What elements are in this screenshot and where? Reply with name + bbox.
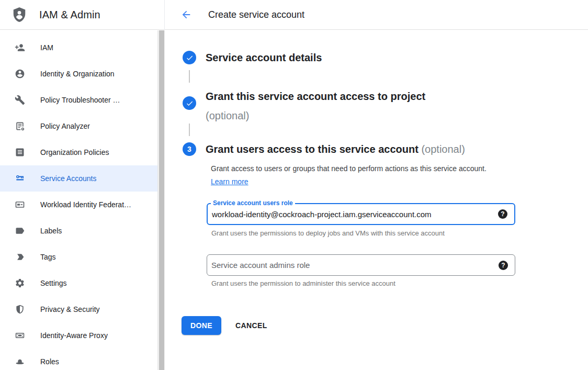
iam-shield-icon [12, 6, 27, 25]
top-bar: IAM & Admin Create service account [0, 0, 588, 30]
sidebar-item-service-accounts[interactable]: Service Accounts [0, 165, 157, 192]
step3-number-badge: 3 [183, 142, 196, 156]
sidebar-item-settings[interactable]: Settings [0, 270, 157, 296]
account-circle-icon [15, 69, 25, 79]
app-title: IAM & Admin [39, 9, 100, 21]
sidebar-item-label: Privacy & Security [40, 305, 100, 313]
step1-title: Service account details [206, 51, 322, 64]
tag-arrow-icon [15, 252, 25, 262]
step3-description: Grant access to users or groups that nee… [211, 162, 496, 188]
create-service-account-wizard: Service account details Grant this servi… [165, 30, 588, 370]
sidebar-scrollbar-track [157, 30, 165, 370]
page-title: Create service account [208, 0, 304, 30]
card-icon [15, 199, 25, 210]
step3-title: Grant users access to this service accou… [206, 142, 465, 156]
step2-optional-label: (optional) [206, 107, 249, 125]
sidebar-item-tags[interactable]: Tags [0, 244, 157, 270]
admins-role-helper-text: Grant users the permission to administer… [211, 279, 395, 287]
gear-icon [15, 278, 25, 288]
users-role-helper-text: Grant users the permissions to deploy jo… [211, 229, 445, 237]
done-button[interactable]: DONE [182, 316, 221, 335]
sidebar-item-label: Settings [40, 279, 67, 287]
sidebar-item-iam[interactable]: IAM [0, 35, 157, 61]
label-icon [15, 226, 25, 236]
sidebar-item-identity-aware-proxy[interactable]: Identity-Aware Proxy [0, 322, 157, 349]
sidebar-scrollbar-thumb[interactable] [159, 30, 164, 370]
users-role-input[interactable] [208, 204, 514, 224]
back-arrow-icon [180, 9, 192, 20]
sidebar-item-labels[interactable]: Labels [0, 218, 157, 244]
sidebar-item-label: Roles [40, 357, 59, 366]
cancel-button[interactable]: CANCEL [235, 316, 267, 335]
step1-done-check-icon [183, 51, 196, 64]
sidebar-item-roles[interactable]: Roles [0, 349, 157, 370]
users-role-help-icon[interactable]: ? [498, 209, 507, 219]
sidebar-nav: IAM Identity & Organization Policy Troub… [0, 30, 157, 370]
admins-role-help-icon[interactable]: ? [499, 261, 508, 270]
sidebar-item-identity-organization[interactable]: Identity & Organization [0, 61, 157, 87]
step3-optional-label: (optional) [421, 143, 465, 155]
iam-admin-console: IAM & Admin Create service account IAM I… [0, 0, 588, 370]
sidebar-item-organization-policies[interactable]: Organization Policies [0, 139, 157, 165]
sidebar-item-label: Tags [40, 253, 56, 261]
sidebar-item-label: Service Accounts [40, 174, 96, 183]
admins-role-field: ? [207, 254, 515, 276]
step-connector [189, 70, 190, 83]
sidebar-item-label: Identity-Aware Proxy [40, 331, 108, 340]
sidebar-item-label: Organization Policies [40, 148, 109, 156]
person-add-icon [15, 42, 25, 53]
users-role-field: Service account users role ? [207, 203, 515, 225]
step-connector [189, 124, 190, 136]
back-button[interactable] [177, 5, 196, 24]
step3-number: 3 [187, 145, 191, 153]
step2-done-check-icon [183, 96, 196, 110]
hat-icon [15, 356, 25, 367]
sidebar-item-label: Policy Troubleshooter … [40, 96, 120, 104]
shield-icon [15, 304, 25, 315]
service-account-key-icon [15, 173, 25, 184]
admins-role-input[interactable] [207, 255, 515, 275]
wrench-icon [15, 95, 25, 105]
step2-title: Grant this service account access to pro… [206, 88, 425, 105]
sidebar-item-policy-troubleshooter[interactable]: Policy Troubleshooter … [0, 87, 157, 113]
sidebar-item-label: Labels [40, 227, 62, 235]
document-gear-icon [15, 121, 25, 131]
list-box-icon [15, 147, 25, 158]
sidebar-item-label: Policy Analyzer [40, 122, 90, 130]
app-header: IAM & Admin [0, 0, 165, 30]
sidebar-item-workload-identity-federation[interactable]: Workload Identity Federat… [0, 192, 157, 218]
sidebar-item-label: Identity & Organization [40, 70, 115, 78]
proxy-icon [15, 330, 25, 341]
sidebar-item-label: Workload Identity Federat… [40, 200, 131, 209]
sidebar-item-label: IAM [40, 43, 53, 52]
learn-more-link[interactable]: Learn more [211, 177, 248, 186]
sidebar-item-privacy-security[interactable]: Privacy & Security [0, 296, 157, 322]
sidebar-item-policy-analyzer[interactable]: Policy Analyzer [0, 113, 157, 139]
